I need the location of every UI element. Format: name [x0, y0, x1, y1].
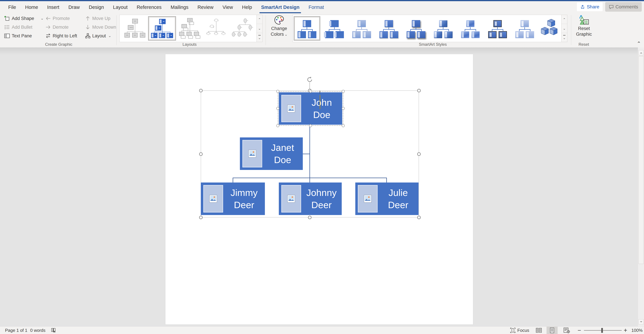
tab-layout[interactable]: Layout	[108, 1, 132, 13]
page-indicator[interactable]: Page 1 of 1	[5, 327, 27, 334]
menu-bar: File Home Insert Draw Design Layout Refe…	[0, 1, 644, 13]
proofing-book-icon	[51, 328, 56, 333]
move-down-button[interactable]: Move Down	[84, 23, 118, 31]
node-handle-top-left[interactable]	[276, 90, 279, 93]
canvas-handle-top-left[interactable]	[199, 89, 203, 92]
node-handle-bottom-mid[interactable]	[309, 124, 312, 127]
tab-smartart-design[interactable]: SmartArt Design	[256, 1, 304, 13]
tab-view[interactable]: View	[218, 1, 237, 13]
scrollbar-thumb[interactable]	[638, 56, 644, 264]
view-print-layout-button[interactable]	[546, 327, 558, 334]
picture-placeholder[interactable]	[358, 185, 378, 213]
status-bar: Page 1 of 1 0 words Focus	[0, 327, 644, 334]
layout-button[interactable]: Layout ⌄	[84, 32, 113, 40]
focus-mode-button[interactable]: Focus	[510, 327, 529, 334]
node-handle-mid-right[interactable]	[342, 107, 345, 110]
node-handle-bottom-right[interactable]	[342, 124, 345, 127]
tab-home[interactable]: Home	[21, 1, 42, 13]
change-colors-label-1: Change	[271, 26, 287, 31]
tab-design[interactable]: Design	[84, 1, 108, 13]
canvas-handle-top-right[interactable]	[417, 89, 421, 92]
layout-option-circle-picture-hierarchy[interactable]	[230, 16, 256, 40]
text-pane-button[interactable]: Text Pane	[3, 32, 33, 40]
layout-option-name-title-organization-chart[interactable]	[177, 16, 202, 40]
share-button[interactable]: Share	[576, 2, 603, 11]
style-option-brick-scene[interactable]	[538, 16, 561, 40]
add-bullet-button[interactable]: Add Bullet	[3, 23, 34, 31]
styles-more-button[interactable]: ⌄	[562, 33, 567, 42]
arrow-right-icon	[45, 24, 51, 30]
styles-scroll-up-button[interactable]: ⌃	[562, 15, 567, 24]
rotate-handle-icon[interactable]	[306, 76, 314, 84]
style-option-metallic-scene[interactable]	[485, 16, 510, 40]
style-thumbnail	[514, 18, 536, 39]
canvas-handle-bottom-mid[interactable]	[308, 216, 312, 219]
org-node-julie-deer[interactable]: Julie Deer	[355, 183, 418, 215]
canvas-handle-mid-right[interactable]	[417, 152, 421, 156]
reset-graphic-button[interactable]: Reset Graphic	[574, 14, 594, 37]
add-shape-button[interactable]: Add Shape ⌄	[3, 14, 45, 22]
styles-scroll-down-button[interactable]: ⌄	[562, 24, 567, 33]
style-option-stripe-accent[interactable]	[322, 16, 347, 40]
canvas-handle-bottom-right[interactable]	[417, 216, 421, 219]
picture-placeholder[interactable]	[281, 185, 301, 213]
layout-option-half-circle-organization-chart[interactable]	[204, 16, 228, 40]
demote-button[interactable]: Demote	[44, 23, 70, 31]
tab-file[interactable]: File	[4, 1, 21, 13]
proofing-status[interactable]	[51, 327, 56, 334]
layouts-scroll-up-button[interactable]: ⌃	[257, 15, 262, 24]
change-colors-button[interactable]: Change Colors⌄	[269, 14, 290, 37]
layouts-scroll-down-button[interactable]: ⌄	[257, 24, 262, 33]
scroll-down-button[interactable]	[638, 319, 644, 325]
word-count[interactable]: 0 words	[30, 327, 46, 334]
zoom-slider-thumb[interactable]	[601, 328, 603, 333]
style-option-intense-effect[interactable]	[404, 16, 428, 40]
style-option-inset[interactable]	[458, 16, 483, 40]
view-read-mode-button[interactable]	[536, 327, 542, 334]
tab-mailings[interactable]: Mailings	[166, 1, 193, 13]
move-up-button[interactable]: Move Up	[84, 14, 112, 22]
layout-option-organization-chart[interactable]	[122, 16, 147, 40]
style-option-moderate-effect[interactable]	[376, 16, 402, 40]
picture-placeholder[interactable]	[242, 140, 262, 167]
tab-review[interactable]: Review	[193, 1, 218, 13]
view-web-layout-button[interactable]	[563, 327, 570, 334]
node-handle-bottom-left[interactable]	[276, 124, 279, 127]
chevron-down-icon: ⌄	[40, 16, 44, 21]
picture-placeholder[interactable]	[203, 185, 223, 213]
smartart-styles-gallery: ⌃ ⌄ ⌄	[292, 15, 567, 42]
tab-format[interactable]: Format	[304, 1, 328, 13]
tab-help[interactable]: Help	[238, 1, 257, 13]
tab-references[interactable]: References	[132, 1, 166, 13]
scroll-up-button[interactable]	[638, 50, 644, 55]
canvas-handle-mid-left[interactable]	[199, 152, 203, 156]
collapse-ribbon-chevron[interactable]: ⌃	[637, 40, 641, 46]
org-node-janet-doe[interactable]: Janet Doe	[240, 137, 303, 170]
node-handle-top-mid[interactable]	[309, 90, 312, 93]
zoom-out-button[interactable]: −	[578, 327, 581, 334]
node-text-line2: Deer	[311, 199, 332, 211]
zoom-in-button[interactable]: +	[624, 327, 627, 334]
org-node-jimmy-deer[interactable]: Jimmy Deer	[201, 183, 265, 215]
style-option-subtle-effect[interactable]	[349, 16, 374, 40]
vertical-scrollbar[interactable]	[638, 47, 644, 327]
promote-button[interactable]: Promote	[44, 14, 71, 22]
node-handle-mid-left[interactable]	[276, 107, 279, 110]
zoom-level[interactable]: 100%	[632, 327, 643, 334]
style-option-powder[interactable]	[512, 16, 537, 40]
web-layout-icon	[563, 327, 570, 333]
right-to-left-button[interactable]: Right to Left	[44, 32, 78, 40]
group-separator	[266, 15, 266, 45]
canvas-handle-bottom-left[interactable]	[199, 216, 203, 219]
layouts-more-button[interactable]: ⌄	[257, 33, 262, 42]
tab-insert[interactable]: Insert	[42, 1, 64, 13]
share-icon	[580, 4, 585, 9]
tab-draw[interactable]: Draw	[64, 1, 84, 13]
style-option-simple-fill[interactable]	[294, 16, 320, 40]
layout-option-picture-organization-chart[interactable]	[148, 16, 176, 40]
comments-button[interactable]: Comments	[605, 2, 642, 11]
style-option-polished[interactable]	[430, 16, 456, 40]
text-pane-label: Text Pane	[12, 33, 32, 38]
org-node-johnny-deer[interactable]: Johnny Deer	[279, 183, 342, 215]
node-handle-top-right[interactable]	[342, 90, 345, 93]
